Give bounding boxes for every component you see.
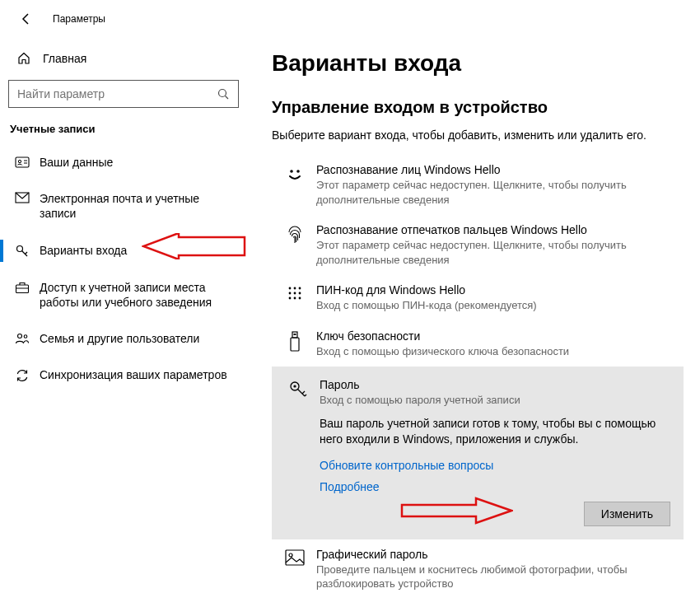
- svg-point-7: [17, 245, 23, 251]
- main-content: Варианты входа Управление входом в устро…: [255, 37, 700, 607]
- learn-more-link[interactable]: Подробнее: [320, 480, 670, 493]
- sidebar-item-label: Варианты входа: [40, 243, 127, 258]
- svg-point-25: [299, 297, 301, 300]
- option-subtitle: Вход с помощью физического ключа безопас…: [316, 344, 674, 359]
- option-title: Графический пароль: [316, 548, 674, 561]
- svg-point-17: [289, 287, 292, 290]
- password-key-icon: [285, 378, 311, 408]
- password-description: Ваш пароль учетной записи готов к тому, …: [320, 416, 670, 447]
- svg-rect-28: [294, 334, 296, 335]
- svg-point-15: [296, 170, 300, 173]
- svg-point-19: [299, 287, 301, 290]
- svg-point-0: [219, 90, 226, 97]
- svg-line-9: [26, 252, 28, 254]
- option-security-key[interactable]: Ключ безопасности Вход с помощью физичес…: [272, 321, 684, 367]
- option-title: ПИН-код для Windows Hello: [316, 283, 674, 296]
- svg-point-23: [289, 297, 292, 300]
- sidebar-item-label: Семья и другие пользователи: [40, 331, 199, 346]
- page-title: Варианты входа: [272, 50, 684, 77]
- svg-point-3: [18, 160, 21, 162]
- mail-icon: [15, 191, 30, 203]
- option-subtitle: Проведите пальцем и коснитесь любимой фо…: [316, 563, 674, 591]
- option-subtitle: Этот параметр сейчас недоступен. Щелкнит…: [316, 238, 674, 267]
- update-security-questions-link[interactable]: Обновите контрольные вопросы: [320, 459, 670, 472]
- svg-rect-10: [16, 285, 29, 293]
- svg-line-1: [226, 96, 229, 100]
- search-icon: [217, 87, 230, 100]
- sync-icon: [15, 367, 30, 383]
- svg-point-18: [294, 287, 296, 290]
- svg-point-14: [290, 170, 293, 173]
- option-subtitle: Вход с помощью ПИН-кода (рекомендуется): [316, 298, 674, 313]
- option-face[interactable]: Распознавание лиц Windows Hello Этот пар…: [272, 155, 684, 215]
- option-picture-password[interactable]: Графический пароль Проведите пальцем и к…: [272, 539, 684, 600]
- keypad-icon: [282, 283, 308, 303]
- annotation-arrow-icon: [398, 497, 513, 525]
- option-title: Пароль: [320, 378, 670, 391]
- search-box[interactable]: [8, 80, 239, 108]
- svg-point-30: [293, 385, 296, 388]
- option-subtitle: Этот параметр сейчас недоступен. Щелкнит…: [316, 178, 674, 207]
- fingerprint-icon: [282, 223, 308, 245]
- svg-point-24: [294, 297, 296, 300]
- sidebar-home[interactable]: Главная: [0, 45, 255, 72]
- change-password-button[interactable]: Изменить: [584, 502, 670, 526]
- sidebar-section-label: Учетные записи: [0, 123, 255, 147]
- search-input[interactable]: [17, 87, 217, 100]
- sidebar-item-email-accounts[interactable]: Электронная почта и учетные записи: [0, 183, 255, 229]
- svg-point-21: [294, 292, 296, 295]
- option-password[interactable]: Пароль Вход с помощью пароля учетной зап…: [272, 367, 684, 539]
- briefcase-icon: [15, 280, 30, 294]
- key-icon: [15, 243, 30, 259]
- svg-point-13: [24, 335, 27, 339]
- sidebar-item-signin-options[interactable]: Варианты входа: [0, 235, 255, 267]
- sidebar: Главная Учетные записи Ваши данные Элект…: [0, 37, 255, 607]
- sidebar-item-sync[interactable]: Синхронизация ваших параметров: [0, 359, 255, 391]
- sidebar-item-family[interactable]: Семья и другие пользователи: [0, 323, 255, 354]
- home-icon: [16, 52, 31, 65]
- sidebar-item-work-school[interactable]: Доступ к учетной записи места работы или…: [0, 272, 255, 318]
- svg-line-33: [305, 395, 306, 396]
- option-pin[interactable]: ПИН-код для Windows Hello Вход с помощью…: [272, 275, 684, 321]
- option-title: Ключ безопасности: [316, 329, 674, 343]
- section-lead: Выберите вариант входа, чтобы добавить, …: [272, 128, 684, 142]
- option-title: Распознавание отпечатков пальцев Windows…: [316, 223, 674, 236]
- svg-rect-34: [286, 550, 304, 565]
- sidebar-item-label: Синхронизация ваших параметров: [40, 367, 227, 382]
- option-fingerprint[interactable]: Распознавание отпечатков пальцев Windows…: [272, 215, 684, 275]
- window-title: Параметры: [53, 13, 105, 25]
- svg-point-22: [299, 292, 301, 295]
- section-heading: Управление входом в устройство: [272, 98, 684, 117]
- svg-line-32: [302, 391, 305, 394]
- sidebar-home-label: Главная: [43, 52, 86, 65]
- svg-point-20: [289, 292, 292, 295]
- svg-point-35: [289, 553, 292, 557]
- sidebar-item-label: Электронная почта и учетные записи: [40, 191, 239, 221]
- face-icon: [282, 163, 308, 183]
- sidebar-item-your-info[interactable]: Ваши данные: [0, 147, 255, 178]
- svg-point-12: [18, 334, 22, 338]
- annotation-arrow-icon: [142, 233, 249, 259]
- back-button[interactable]: [16, 9, 36, 29]
- svg-rect-26: [291, 338, 299, 351]
- people-icon: [15, 331, 30, 345]
- option-subtitle: Вход с помощью пароля учетной записи: [320, 393, 670, 408]
- svg-rect-2: [16, 157, 29, 167]
- person-card-icon: [15, 155, 30, 169]
- sidebar-item-label: Доступ к учетной записи места работы или…: [40, 280, 239, 310]
- image-icon: [282, 548, 308, 566]
- sidebar-item-label: Ваши данные: [40, 155, 113, 170]
- option-title: Распознавание лиц Windows Hello: [316, 163, 674, 176]
- usb-key-icon: [282, 329, 308, 353]
